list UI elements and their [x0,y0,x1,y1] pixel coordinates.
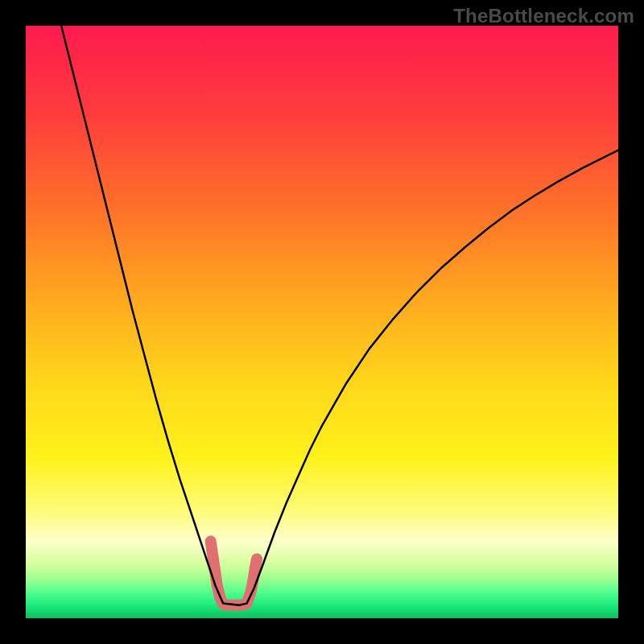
curve-black [61,26,618,605]
watermark-text: TheBottleneck.com [453,5,634,27]
curves-layer [26,26,618,618]
plot-area [26,26,618,618]
chart-frame: TheBottleneck.com [0,0,644,644]
